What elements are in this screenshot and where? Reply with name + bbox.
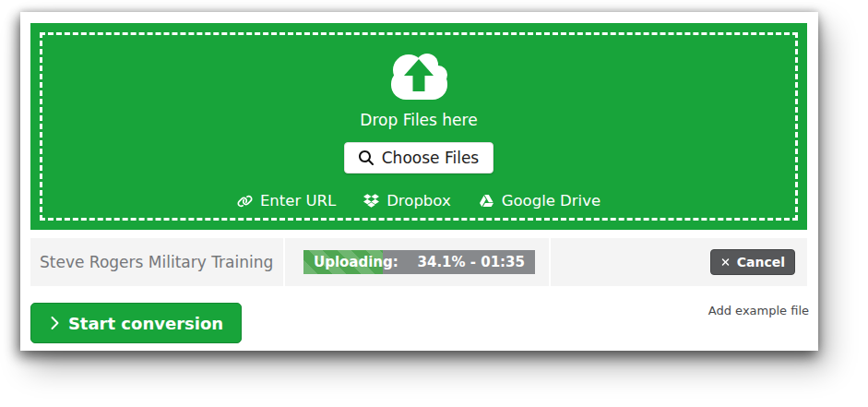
dropzone-dashed-border: Drop Files here Choose Files Enter URL xyxy=(40,32,798,221)
search-icon xyxy=(359,150,374,165)
dropbox-label: Dropbox xyxy=(386,192,451,209)
cancel-cell: Cancel xyxy=(551,238,807,286)
progress-value: 34.1% - 01:35 xyxy=(418,254,525,270)
upload-cloud-icon xyxy=(383,47,455,101)
upload-source-links: Enter URL Dropbox Google Drive xyxy=(237,192,600,209)
upload-progress-bar: Uploading: 34.1% - 01:35 xyxy=(303,250,535,274)
page: Drop Files here Choose Files Enter URL xyxy=(0,0,868,407)
drop-files-label: Drop Files here xyxy=(360,111,477,130)
google-drive-link[interactable]: Google Drive xyxy=(479,192,600,209)
link-icon xyxy=(237,195,253,208)
dropbox-icon xyxy=(363,193,379,209)
progress-text: Uploading: 34.1% - 01:35 xyxy=(303,250,535,274)
enter-url-label: Enter URL xyxy=(260,192,336,209)
dropbox-link[interactable]: Dropbox xyxy=(363,192,451,209)
enter-url-link[interactable]: Enter URL xyxy=(237,192,336,209)
progress-cell: Uploading: 34.1% - 01:35 xyxy=(285,238,551,286)
file-name: Steve Rogers Military Training xyxy=(30,238,285,286)
file-drop-zone[interactable]: Drop Files here Choose Files Enter URL xyxy=(30,23,807,230)
converter-card: Drop Files here Choose Files Enter URL xyxy=(20,12,818,351)
close-icon xyxy=(720,257,731,268)
chevron-right-icon xyxy=(49,316,59,330)
progress-status-label: Uploading: xyxy=(314,254,398,270)
google-drive-label: Google Drive xyxy=(502,192,600,209)
choose-files-button[interactable]: Choose Files xyxy=(344,142,493,174)
cancel-button[interactable]: Cancel xyxy=(710,249,795,275)
add-example-file-link[interactable]: Add example file xyxy=(708,304,809,317)
google-drive-icon xyxy=(479,194,494,208)
start-conversion-button[interactable]: Start conversion xyxy=(30,303,242,343)
choose-files-label: Choose Files xyxy=(382,149,479,167)
upload-row: Steve Rogers Military Training Uploading… xyxy=(30,238,807,286)
cancel-label: Cancel xyxy=(737,255,785,269)
start-conversion-label: Start conversion xyxy=(68,314,223,333)
